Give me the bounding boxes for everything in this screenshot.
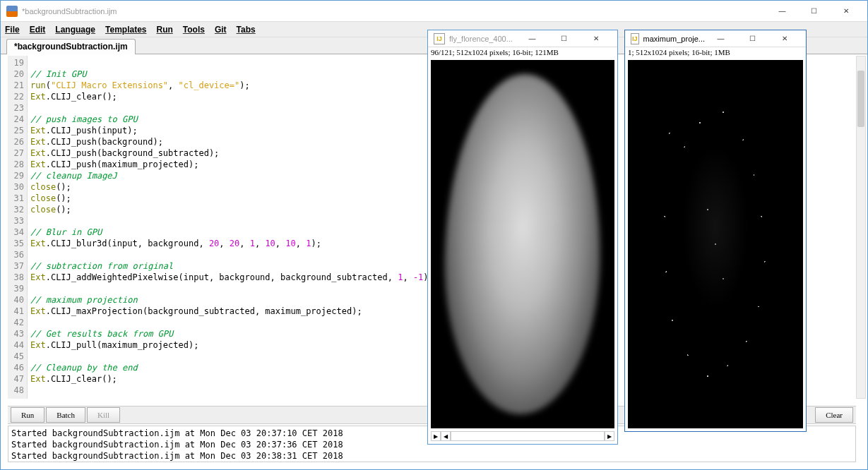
menu-file[interactable]: File <box>5 25 20 35</box>
window-controls: — ☐ ✕ <box>766 1 862 22</box>
img2-title: maximum_proje... <box>643 35 705 43</box>
speckle-overlay <box>638 71 792 418</box>
java-icon <box>6 6 18 17</box>
menu-templates[interactable]: Templates <box>105 25 146 35</box>
tab-file[interactable]: *backgroundSubtraction.ijm <box>6 39 136 54</box>
clear-button[interactable]: Clear <box>815 407 853 423</box>
scrollbar-thumb[interactable] <box>857 71 864 127</box>
scroll-left-icon[interactable]: ▶ <box>431 431 441 441</box>
img1-canvas[interactable] <box>431 60 614 428</box>
menu-tabs[interactable]: Tabs <box>237 25 256 35</box>
img1-title: fly_florence_400... <box>449 35 516 43</box>
kill-button[interactable]: Kill <box>87 407 120 423</box>
main-title: *backgroundSubtraction.ijm <box>22 7 766 16</box>
image-window-fly[interactable]: IJ fly_florence_400... — ☐ ✕ 96/121; 512… <box>427 30 618 445</box>
img2-window-controls: — ☐ ✕ <box>705 28 800 49</box>
close-icon[interactable]: ✕ <box>830 1 862 22</box>
maximize-icon[interactable]: ☐ <box>737 28 768 49</box>
menu-edit[interactable]: Edit <box>30 25 46 35</box>
img1-window-controls: — ☐ ✕ <box>516 28 612 49</box>
img1-slice-scrollbar[interactable]: ▶ ◀ ▶ <box>431 431 614 441</box>
close-icon[interactable]: ✕ <box>768 28 800 49</box>
menu-run[interactable]: Run <box>156 25 172 35</box>
maximize-icon[interactable]: ☐ <box>798 1 830 22</box>
image-window-maxproj[interactable]: IJ maximum_proje... — ☐ ✕ 1; 512x1024 pi… <box>624 30 807 432</box>
imagej-icon: IJ <box>434 33 445 44</box>
embryo-blur-image <box>442 73 603 416</box>
minimize-icon[interactable]: — <box>766 1 798 22</box>
menu-git[interactable]: Git <box>215 25 227 35</box>
scroll-left-icon[interactable]: ◀ <box>441 431 451 441</box>
embryo-sharp-image <box>638 71 792 418</box>
main-titlebar[interactable]: *backgroundSubtraction.ijm — ☐ ✕ <box>1 1 867 22</box>
img2-canvas[interactable] <box>628 60 803 428</box>
scroll-track[interactable] <box>451 431 605 441</box>
menu-tools[interactable]: Tools <box>183 25 205 35</box>
maximize-icon[interactable]: ☐ <box>548 28 580 49</box>
minimize-icon[interactable]: — <box>516 28 548 49</box>
run-button[interactable]: Run <box>11 407 44 423</box>
img2-titlebar[interactable]: IJ maximum_proje... — ☐ ✕ <box>625 30 806 47</box>
editor-scrollbar[interactable] <box>856 56 866 399</box>
minimize-icon[interactable]: — <box>705 28 737 49</box>
img1-titlebar[interactable]: IJ fly_florence_400... — ☐ ✕ <box>428 30 617 47</box>
close-icon[interactable]: ✕ <box>580 28 612 49</box>
menu-language[interactable]: Language <box>55 25 95 35</box>
scroll-right-icon[interactable]: ▶ <box>605 431 614 441</box>
imagej-icon: IJ <box>631 33 639 44</box>
line-gutter: 1920212223242526272829303132333435363738… <box>8 56 28 399</box>
batch-button[interactable]: Batch <box>46 407 85 423</box>
